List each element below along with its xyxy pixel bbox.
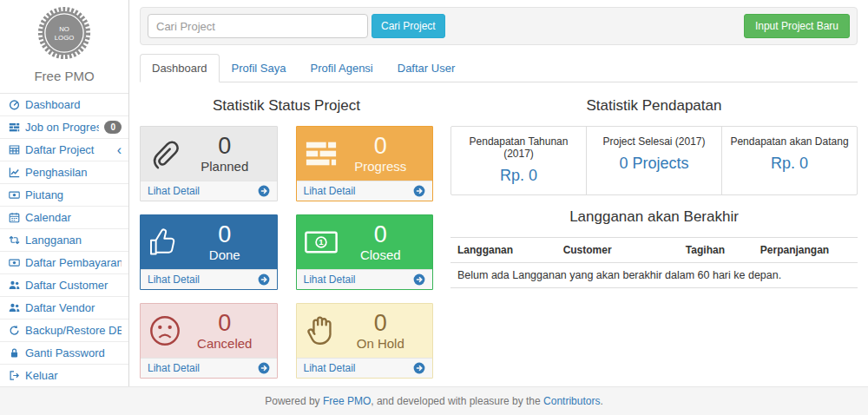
footer-text-prefix: Powered by — [265, 395, 323, 407]
status-card-progress: 0ProgressLihat Detail — [296, 126, 434, 201]
empty-subscriptions-message: Belum ada Langganan yang akan berakhir d… — [450, 263, 858, 288]
lihat-detail-label: Lihat Detail — [304, 273, 356, 286]
sidebar-item-keluar[interactable]: Keluar — [0, 365, 128, 387]
status-label: Canceled — [181, 336, 268, 351]
table-row: Belum ada Langganan yang akan berakhir d… — [450, 263, 858, 288]
tab-profil-agensi[interactable]: Profil Agensi — [298, 54, 385, 82]
page: NO LOGO Free PMO DashboardJob on Progres… — [0, 0, 868, 386]
users-icon — [9, 302, 20, 313]
sidebar-item-label: Daftar Customer — [25, 279, 122, 292]
status-count: 0 — [181, 311, 268, 336]
status-count: 0 — [181, 134, 268, 159]
lihat-detail-link[interactable]: Lihat Detail — [141, 181, 277, 201]
search-input[interactable] — [148, 14, 368, 38]
sidebar-item-langganan[interactable]: Langganan — [0, 229, 128, 252]
sidebar-item-daftar-project[interactable]: Daftar Project‹ — [0, 139, 128, 161]
sidebar-item-label: Keluar — [25, 369, 122, 382]
status-card-main: 0Closed — [338, 222, 424, 262]
sidebar-item-backup-restore-db[interactable]: Backup/Restore DB — [0, 319, 128, 342]
sidebar-item-calendar[interactable]: Calendar — [0, 207, 128, 229]
status-label: Done — [181, 247, 268, 262]
income-stat-pendapatan-akan-datang: Pendapatan akan DatangRp. 0 — [722, 127, 857, 194]
income-stat-pendapatan-tahunan-2017: Pendapatan Tahunan (2017)Rp. 0 — [451, 127, 587, 194]
sidebar-item-label: Penghasilan — [25, 166, 122, 179]
sidebar-item-daftar-vendor[interactable]: Daftar Vendor — [0, 297, 128, 319]
refresh-icon — [9, 325, 20, 336]
status-count: 0 — [338, 134, 424, 159]
income-stat-label: Pendapatan akan Datang — [726, 135, 853, 148]
lihat-detail-link[interactable]: Lihat Detail — [297, 269, 433, 289]
chevron-left-icon: ‹ — [117, 146, 122, 155]
status-card-done: 0DoneLihat Detail — [140, 214, 278, 290]
status-label: Planned — [181, 159, 268, 174]
calendar-icon — [9, 212, 20, 223]
tasks-big-icon — [305, 135, 338, 172]
sidebar-item-label: Daftar Vendor — [25, 301, 122, 314]
status-count: 0 — [338, 311, 424, 336]
footer-text-suffix: . — [600, 395, 602, 407]
sidebar-item-label: Calendar — [25, 211, 122, 224]
tab-profil-saya[interactable]: Profil Saya — [220, 54, 299, 82]
money-icon — [9, 189, 20, 201]
count-badge: 0 — [104, 121, 122, 134]
income-stat-value: Rp. 0 — [455, 167, 582, 185]
new-project-button[interactable]: Input Project Baru — [744, 14, 850, 38]
sidebar: NO LOGO Free PMO DashboardJob on Progres… — [0, 0, 129, 386]
lihat-detail-label: Lihat Detail — [304, 185, 356, 197]
sidebar-item-label: Daftar Project — [25, 143, 112, 156]
sidebar-item-daftar-pembayaran[interactable]: Daftar Pembayaran — [0, 252, 128, 274]
status-section-title: Statistik Status Project — [140, 97, 433, 115]
tasks-icon — [9, 122, 20, 133]
money-icon — [9, 257, 20, 268]
dashboard-content: Statistik Status Project 0PlannedLihat D… — [140, 84, 858, 379]
sidebar-item-label: Backup/Restore DB — [25, 324, 122, 337]
contributors-link[interactable]: Contributors — [543, 395, 600, 407]
lihat-detail-link[interactable]: Lihat Detail — [297, 358, 433, 378]
lock-icon — [9, 347, 20, 359]
line-chart-icon — [9, 167, 20, 178]
income-column: Statistik Pendapatan Pendapatan Tahunan … — [450, 84, 858, 379]
status-card-body: 0Planned — [141, 127, 277, 181]
lihat-detail-label: Lihat Detail — [148, 273, 200, 286]
free-pmo-link[interactable]: Free PMO — [323, 395, 371, 407]
column-header-perpanjangan: Perpanjangan — [732, 238, 858, 263]
tab-daftar-user[interactable]: Daftar User — [385, 54, 467, 82]
income-stat-label: Project Selesai (2017) — [590, 135, 718, 148]
sidebar-item-label: Job on Progress — [25, 121, 99, 134]
status-count: 0 — [338, 222, 424, 247]
logo: NO LOGO — [0, 6, 128, 63]
frown-icon — [148, 313, 181, 349]
search-button[interactable]: Cari Project — [372, 14, 445, 38]
lihat-detail-link[interactable]: Lihat Detail — [141, 269, 277, 289]
sidebar-item-label: Daftar Pembayaran — [25, 256, 122, 269]
sidebar-item-job-on-progress[interactable]: Job on Progress0 — [0, 116, 128, 139]
sidebar-item-daftar-customer[interactable]: Daftar Customer — [0, 274, 128, 297]
sidebar-item-piutang[interactable]: Piutang — [0, 184, 128, 207]
sidebar-item-ganti-password[interactable]: Ganti Password — [0, 342, 128, 365]
hand-paper-icon — [305, 313, 338, 349]
lihat-detail-link[interactable]: Lihat Detail — [297, 181, 433, 201]
income-stat-label: Pendapatan Tahunan (2017) — [455, 135, 582, 160]
status-card-body: 0Closed — [297, 215, 433, 269]
tab-bar: DashboardProfil SayaProfil AgensiDaftar … — [140, 54, 858, 82]
column-header-langganan: Langganan — [450, 238, 556, 263]
footer: Powered by Free PMO, and developed with … — [0, 386, 868, 415]
status-card-main: 0Done — [181, 222, 268, 262]
sidebar-menu: DashboardJob on Progress0Daftar Project‹… — [0, 93, 128, 387]
thumbs-up-icon — [148, 224, 181, 260]
status-card-main: 0Canceled — [181, 311, 268, 351]
sidebar-item-dashboard[interactable]: Dashboard — [0, 94, 128, 116]
status-card-body: 0Done — [141, 215, 277, 269]
sidebar-item-penghasilan[interactable]: Penghasilan — [0, 161, 128, 184]
tab-dashboard[interactable]: Dashboard — [140, 54, 220, 82]
sidebar-item-label: Langganan — [25, 234, 122, 247]
arrow-circle-right-icon — [413, 273, 425, 286]
lihat-detail-link[interactable]: Lihat Detail — [141, 358, 277, 378]
sidebar-item-label: Dashboard — [25, 98, 122, 111]
income-stat-value: Rp. 0 — [726, 155, 853, 173]
retweet-icon — [9, 234, 20, 246]
brand-title: Free PMO — [0, 69, 128, 83]
status-card-body: 0Canceled — [141, 304, 277, 358]
logo-text-line1: NO — [59, 25, 69, 33]
logo-text-line2: LOGO — [55, 34, 74, 42]
